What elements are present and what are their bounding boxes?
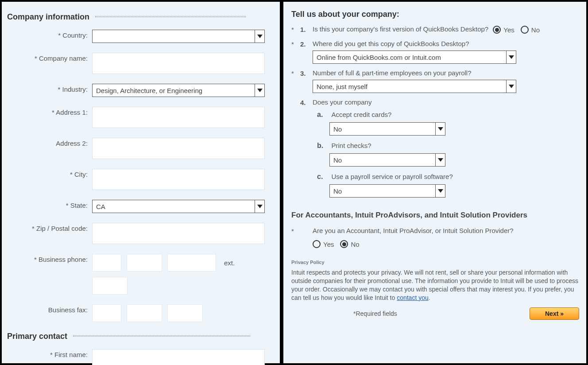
label-country: * Country:	[7, 30, 92, 39]
q4b-text: Print checks?	[331, 142, 371, 149]
acc-section-title: For Accountants, Intuit ProAdvisors, and…	[291, 211, 579, 220]
q4a-letter: a.	[317, 111, 329, 119]
phone-prefix-input[interactable]	[127, 254, 162, 272]
acc-no-radio[interactable]	[340, 240, 348, 248]
label-company-name: * Company name:	[7, 53, 92, 62]
q4a-text: Accept credit cards?	[331, 111, 391, 118]
industry-select[interactable]: Design, Architecture, or Engineering	[92, 84, 265, 97]
section-title-text: Tell us about your company:	[291, 10, 399, 19]
section-tell-us: Tell us about your company:	[291, 10, 579, 19]
label-city: * City:	[7, 169, 92, 178]
address1-input[interactable]	[92, 107, 265, 128]
question-number: 2.	[300, 40, 313, 48]
required-asterisk: *	[291, 25, 300, 34]
chevron-down-icon	[506, 80, 516, 93]
city-input[interactable]	[92, 169, 265, 190]
chevron-down-icon	[435, 154, 445, 166]
fax-area-input[interactable]	[92, 304, 121, 322]
chevron-down-icon	[435, 185, 445, 197]
svg-marker-0	[257, 35, 263, 38]
q3-select[interactable]: None, just myself	[313, 80, 516, 93]
fax-number-input[interactable]	[167, 304, 203, 322]
q4a-select[interactable]: No	[329, 122, 445, 136]
required-asterisk: *	[291, 69, 300, 77]
required-asterisk: *	[291, 40, 300, 48]
divider-dots	[95, 16, 246, 17]
divider-dots	[73, 335, 250, 337]
state-select[interactable]: CA	[92, 200, 265, 213]
q3-text: Number of full & part-time employees on …	[313, 69, 579, 77]
chevron-down-icon	[255, 200, 264, 213]
phone-number-input[interactable]	[167, 254, 216, 272]
q1-yes-radio[interactable]	[493, 26, 501, 34]
q4c-select[interactable]: No	[329, 184, 445, 198]
zip-input[interactable]	[92, 223, 265, 244]
section-primary-contact: Primary contact	[7, 332, 272, 341]
privacy-policy-text: Intuit respects and protects your privac…	[291, 268, 579, 302]
acc-question: Are you an Accountant, Intuit ProAdvisor…	[313, 227, 579, 234]
section-title-text: Primary contact	[7, 332, 67, 341]
svg-marker-6	[438, 127, 443, 131]
section-title-text: Company information	[7, 12, 89, 21]
chevron-down-icon	[255, 84, 264, 97]
question-number: 3.	[300, 69, 313, 77]
next-button[interactable]: Next »	[530, 307, 579, 320]
q4c-letter: c.	[317, 173, 329, 181]
radio-dot-icon	[342, 242, 346, 246]
company-name-input[interactable]	[92, 53, 265, 74]
chevron-down-icon	[255, 30, 264, 43]
q4b-letter: b.	[317, 142, 329, 150]
svg-marker-4	[509, 55, 514, 59]
svg-marker-5	[509, 85, 514, 88]
phone-ext-input[interactable]	[92, 277, 128, 295]
label-address1: * Address 1:	[7, 107, 92, 116]
label-business-phone: * Business phone:	[7, 254, 92, 263]
country-select[interactable]	[92, 30, 265, 43]
q4-text: Does your company	[313, 98, 579, 106]
q2-text: Where did you get this copy of QuickBook…	[313, 40, 579, 48]
question-number: 1.	[300, 25, 313, 34]
label-zip: * Zip / Postal code:	[7, 223, 92, 232]
contact-you-link[interactable]: contact you	[397, 294, 429, 301]
q4b-select[interactable]: No	[329, 153, 445, 167]
address2-input[interactable]	[92, 138, 265, 159]
q4c-text: Use a payroll service or payroll softwar…	[331, 173, 453, 180]
label-ext: ext.	[224, 259, 235, 267]
first-name-input[interactable]	[92, 349, 265, 365]
svg-marker-7	[438, 158, 443, 162]
chevron-down-icon	[435, 123, 445, 135]
label-first-name: * First name:	[7, 349, 92, 358]
section-company-info: Company information	[7, 12, 272, 22]
svg-marker-8	[438, 189, 443, 193]
svg-marker-1	[257, 89, 263, 92]
q2-select[interactable]: Online from QuickBooks.com or Intuit.com	[313, 50, 516, 64]
question-number: 4.	[300, 98, 313, 106]
phone-area-input[interactable]	[92, 254, 121, 272]
svg-marker-2	[257, 205, 263, 208]
privacy-policy-label: Privacy Policy	[291, 260, 579, 265]
label-business-fax: Business fax:	[7, 304, 92, 314]
required-asterisk: *	[291, 227, 300, 248]
q1-no-radio[interactable]	[521, 26, 529, 34]
acc-yes-radio[interactable]	[313, 240, 321, 248]
label-state: * State:	[7, 200, 92, 209]
label-address2: Address 2:	[7, 138, 92, 147]
required-fields-note: *Required fields	[353, 310, 397, 317]
q1-text: Is this your company's first version of …	[313, 25, 488, 33]
fax-prefix-input[interactable]	[127, 304, 162, 322]
label-industry: * Industry:	[7, 84, 92, 93]
chevron-down-icon	[506, 51, 516, 63]
radio-dot-icon	[495, 28, 499, 32]
